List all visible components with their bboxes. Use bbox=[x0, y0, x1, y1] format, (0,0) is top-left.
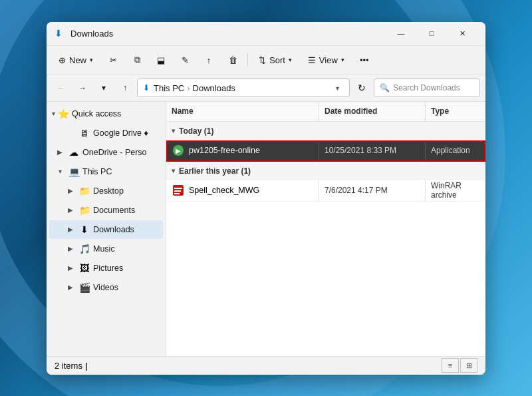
group-header-earlier[interactable]: ▾ Earlier this year (1) bbox=[166, 162, 485, 180]
search-placeholder: Search Downloads bbox=[393, 83, 460, 93]
view-button[interactable]: ☰ View ▾ bbox=[301, 49, 351, 71]
svg-text:▶: ▶ bbox=[176, 147, 181, 154]
music-icon: 🎵 bbox=[78, 243, 90, 255]
music-expand-icon: ▶ bbox=[65, 244, 76, 254]
column-type[interactable]: Type bbox=[426, 102, 485, 121]
breadcrumb-downloads[interactable]: Downloads bbox=[193, 83, 235, 93]
column-name[interactable]: Name bbox=[166, 102, 319, 121]
view-icon: ☰ bbox=[308, 55, 316, 65]
copy-button[interactable]: ⧉ bbox=[126, 49, 148, 71]
share-icon: ↑ bbox=[207, 55, 211, 65]
downloads-label: Downloads bbox=[93, 225, 134, 234]
downloads-icon: ⬇ bbox=[78, 224, 90, 236]
forward-button[interactable]: → bbox=[73, 79, 92, 97]
desktop-icon: 📁 bbox=[78, 185, 90, 197]
minimize-button[interactable]: — bbox=[386, 23, 416, 44]
refresh-button[interactable]: ↻ bbox=[352, 79, 371, 97]
downloads-expand-icon: ▶ bbox=[65, 224, 76, 235]
breadcrumb: This PC › Downloads bbox=[154, 83, 331, 93]
new-caret-icon: ▾ bbox=[90, 57, 93, 63]
search-icon: 🔍 bbox=[380, 83, 390, 93]
new-button[interactable]: ⊕ New ▾ bbox=[52, 49, 100, 71]
today-group-label: Today (1) bbox=[179, 126, 213, 136]
earlier-expand-icon: ▾ bbox=[172, 167, 175, 174]
file-type-spell-check: WinRAR archive bbox=[426, 180, 485, 201]
up-icon: ↑ bbox=[123, 83, 127, 93]
google-drive-icon: 🖥 bbox=[78, 127, 90, 139]
column-date-modified[interactable]: Date modified bbox=[319, 102, 426, 121]
quick-access-label: Quick access bbox=[72, 109, 121, 118]
file-row-pw1205[interactable]: ▶ pw1205-free-online 10/25/2021 8:33 PM … bbox=[166, 140, 485, 162]
up-button[interactable]: ↑ bbox=[116, 79, 134, 97]
documents-icon: 📁 bbox=[78, 204, 90, 216]
address-dropdown-icon[interactable]: ▾ bbox=[331, 79, 344, 97]
file-list-container: Name Date modified Type ▾ Today (1) ▶ bbox=[166, 102, 485, 356]
sort-icon: ⇅ bbox=[259, 55, 266, 65]
more-button[interactable]: ••• bbox=[354, 49, 375, 71]
view-large-icon: ⊞ bbox=[466, 361, 472, 370]
maximize-button[interactable]: □ bbox=[416, 23, 447, 44]
sidebar-item-music[interactable]: ▶ 🎵 Music bbox=[49, 240, 163, 258]
view-detail-button[interactable]: ≡ bbox=[442, 358, 459, 373]
path-icon: ⬇ bbox=[143, 83, 150, 93]
cut-button[interactable]: ✂ bbox=[102, 49, 124, 71]
delete-icon: 🗑 bbox=[229, 55, 237, 65]
status-cursor: | bbox=[85, 361, 88, 371]
file-explorer-window: ⬇ Downloads — □ ✕ ⊕ New ▾ ✂ ⧉ ⬓ ✎ ↑ 🗑 bbox=[47, 22, 485, 375]
pictures-label: Pictures bbox=[93, 264, 123, 273]
rename-icon: ✎ bbox=[182, 55, 189, 65]
sidebar: ▾ ⭐ Quick access 🖥 Google Drive ♦ ▶ ☁ On… bbox=[47, 102, 166, 356]
breadcrumb-this-pc[interactable]: This PC bbox=[154, 83, 184, 93]
file-type-pw1205: Application bbox=[426, 140, 485, 161]
sidebar-item-this-pc[interactable]: ▾ 💻 This PC bbox=[49, 162, 163, 181]
copy-icon: ⧉ bbox=[134, 55, 140, 65]
paste-button[interactable]: ⬓ bbox=[150, 49, 172, 71]
window-controls: — □ ✕ bbox=[386, 23, 477, 44]
file-name-spell-check: Spell_check_MWG bbox=[166, 180, 319, 201]
empty-space bbox=[166, 202, 485, 335]
search-box[interactable]: 🔍 Search Downloads bbox=[374, 79, 480, 97]
view-detail-icon: ≡ bbox=[448, 361, 452, 369]
sidebar-item-documents[interactable]: ▶ 📁 Documents bbox=[49, 201, 163, 220]
address-bar: ← → ▾ ↑ ⬇ This PC › Downloads ▾ ↻ 🔍 Sear… bbox=[47, 75, 485, 102]
this-pc-label: This PC bbox=[82, 167, 112, 176]
rename-button[interactable]: ✎ bbox=[174, 49, 196, 71]
view-toggles: ≡ ⊞ bbox=[442, 358, 477, 373]
pictures-expand-icon: ▶ bbox=[65, 263, 76, 274]
view-large-button[interactable]: ⊞ bbox=[460, 358, 477, 373]
sort-button[interactable]: ⇅ Sort ▾ bbox=[252, 49, 299, 71]
sidebar-item-onedrive[interactable]: ▶ ☁ OneDrive - Perso bbox=[49, 143, 163, 162]
sidebar-item-pictures[interactable]: ▶ 🖼 Pictures bbox=[49, 259, 163, 278]
window-title: Downloads bbox=[70, 29, 386, 39]
music-label: Music bbox=[93, 244, 115, 254]
spell-check-icon bbox=[172, 184, 185, 197]
sidebar-item-videos[interactable]: ▶ 🎬 Videos bbox=[49, 278, 163, 297]
back-button[interactable]: ← bbox=[52, 79, 70, 97]
sidebar-item-google-drive[interactable]: 🖥 Google Drive ♦ bbox=[49, 124, 163, 142]
close-button[interactable]: ✕ bbox=[447, 23, 477, 44]
videos-icon: 🎬 bbox=[78, 282, 90, 294]
forward-icon: → bbox=[78, 83, 86, 93]
desktop-label: Desktop bbox=[93, 186, 124, 196]
svg-rect-5 bbox=[174, 193, 180, 194]
file-row-spell-check[interactable]: Spell_check_MWG 7/6/2021 4:17 PM WinRAR … bbox=[166, 180, 485, 202]
sidebar-item-quick-access[interactable]: ▾ ⭐ Quick access bbox=[47, 104, 166, 123]
toolbar: ⊕ New ▾ ✂ ⧉ ⬓ ✎ ↑ 🗑 ⇅ Sort ▾ ☰ View bbox=[47, 46, 485, 75]
recent-locations-button[interactable]: ▾ bbox=[94, 79, 113, 97]
sidebar-item-desktop[interactable]: ▶ 📁 Desktop bbox=[49, 182, 163, 200]
items-count: 2 items bbox=[55, 361, 82, 371]
view-caret-icon: ▾ bbox=[341, 57, 344, 63]
address-path[interactable]: ⬇ This PC › Downloads ▾ bbox=[137, 79, 350, 97]
share-button[interactable]: ↑ bbox=[198, 49, 219, 71]
google-drive-expand-icon bbox=[65, 128, 76, 138]
svg-rect-4 bbox=[174, 190, 181, 192]
paste-icon: ⬓ bbox=[157, 55, 165, 65]
this-pc-icon: 💻 bbox=[68, 166, 80, 178]
desktop-expand-icon: ▶ bbox=[65, 186, 76, 196]
sidebar-item-downloads[interactable]: ▶ ⬇ Downloads bbox=[49, 220, 163, 239]
pw1205-icon: ▶ bbox=[172, 144, 185, 157]
this-pc-expand-icon: ▾ bbox=[55, 166, 65, 177]
delete-button[interactable]: 🗑 bbox=[222, 49, 243, 71]
group-header-today[interactable]: ▾ Today (1) bbox=[166, 122, 485, 140]
pw1205-filename: pw1205-free-online bbox=[189, 146, 260, 155]
